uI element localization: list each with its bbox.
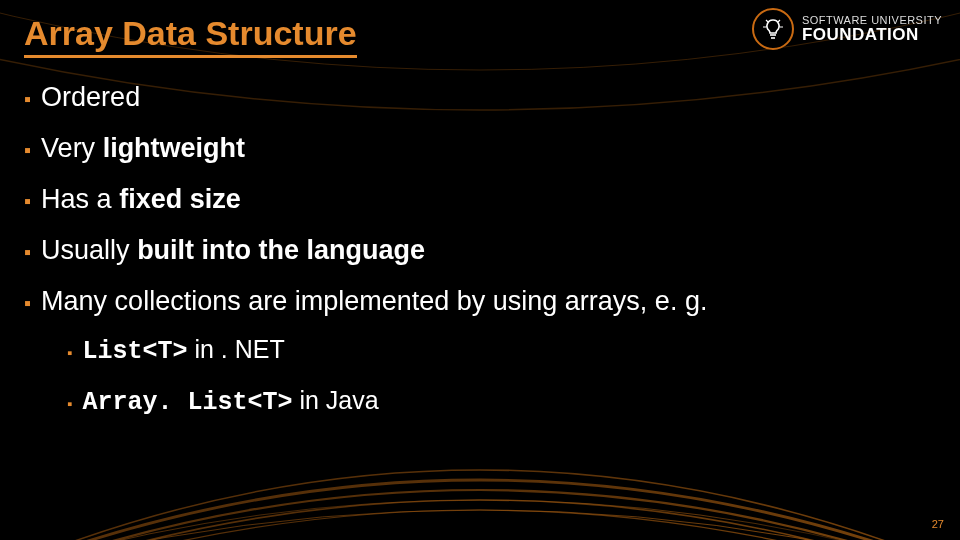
sub-bullet-text: List<T> in . NET — [82, 335, 284, 366]
bullet-collections: Many collections are implemented by usin… — [24, 286, 936, 437]
bullet-text: Very lightweight — [41, 133, 245, 164]
bullet-text: Has a fixed size — [41, 184, 241, 215]
logo: SOFTWARE UNIVERSITY FOUNDATION — [752, 8, 942, 50]
bullet-built-in: Usually built into the language — [24, 235, 936, 266]
logo-text-line2: FOUNDATION — [802, 26, 942, 43]
sub-bullet-list: List<T> in . NET Array. List<T> in Java — [67, 335, 936, 417]
bullet-list: Ordered Very lightweight Has a fixed siz… — [24, 82, 936, 437]
page-number: 27 — [932, 518, 944, 530]
bullet-text: Ordered — [41, 82, 140, 113]
bullet-text: Many collections are implemented by usin… — [41, 286, 707, 316]
bullet-ordered: Ordered — [24, 82, 936, 113]
bullet-fixed-size: Has a fixed size — [24, 184, 936, 215]
slide-title: Array Data Structure — [24, 14, 357, 58]
sub-bullet-text: Array. List<T> in Java — [82, 386, 378, 417]
bullet-lightweight: Very lightweight — [24, 133, 936, 164]
bullet-text: Usually built into the language — [41, 235, 425, 266]
sub-bullet-arraylist: Array. List<T> in Java — [67, 386, 936, 417]
slide: SOFTWARE UNIVERSITY FOUNDATION Array Dat… — [0, 0, 960, 540]
lightbulb-icon — [752, 8, 794, 50]
sub-bullet-list-t: List<T> in . NET — [67, 335, 936, 366]
